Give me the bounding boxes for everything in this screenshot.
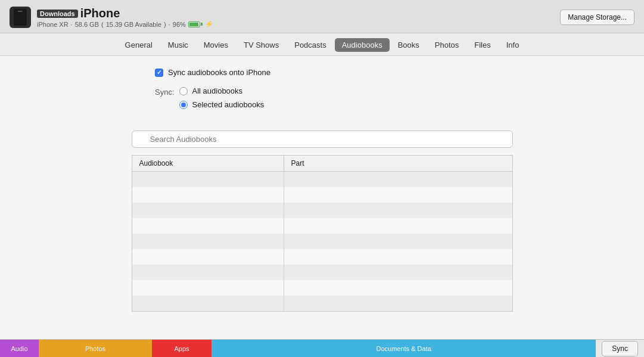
header: DownloadsiPhone iPhone XR · 58.6 GB (15.… <box>0 0 644 33</box>
cell-audiobook <box>132 234 284 249</box>
col-header-part: Part <box>284 156 512 171</box>
cell-part <box>284 203 512 218</box>
cell-audiobook <box>132 249 284 265</box>
cell-audiobook <box>132 218 284 234</box>
cell-audiobook <box>132 265 284 280</box>
sync-button[interactable]: Sync <box>602 341 638 356</box>
tab-tv-shows[interactable]: TV Shows <box>237 38 286 52</box>
search-wrapper: 🔍 <box>132 131 513 148</box>
cell-part <box>284 296 512 311</box>
tab-books[interactable]: Books <box>391 38 427 52</box>
sync-options-group: Sync: All audiobooks Selected audiobooks <box>155 86 608 120</box>
cell-part <box>284 280 512 296</box>
storage-total: 58.6 GB <box>75 21 99 28</box>
downloads-badge: Downloads <box>37 10 78 18</box>
tab-files[interactable]: Files <box>467 38 497 52</box>
radio-all-button[interactable] <box>179 87 188 95</box>
sync-audiobooks-row: Sync audiobooks onto iPhone <box>155 68 608 77</box>
sync-button-area: Sync <box>596 341 644 356</box>
table-row[interactable] <box>132 265 512 280</box>
battery-pct: 96% <box>173 21 186 28</box>
tab-music[interactable]: Music <box>161 38 195 52</box>
table-row[interactable] <box>132 172 512 187</box>
table-row[interactable] <box>132 296 512 311</box>
cell-audiobook <box>132 172 284 187</box>
cell-part <box>284 187 512 203</box>
sync-audiobooks-checkbox[interactable] <box>155 69 163 77</box>
radio-all-row[interactable]: All audiobooks <box>179 86 265 95</box>
device-icon <box>10 7 31 28</box>
table-header: Audiobook Part <box>132 156 512 172</box>
tab-info[interactable]: Info <box>499 38 527 52</box>
iphone-icon <box>14 9 27 26</box>
cell-audiobook <box>132 296 284 311</box>
cell-part <box>284 249 512 265</box>
device-name-text: iPhone <box>80 7 120 20</box>
col-header-audiobook: Audiobook <box>132 156 284 171</box>
table-row[interactable] <box>132 187 512 203</box>
tab-movies[interactable]: Movies <box>197 38 235 52</box>
storage-audio: Audio <box>0 340 39 357</box>
search-audiobooks-input[interactable] <box>132 131 513 148</box>
radio-selected-row[interactable]: Selected audiobooks <box>179 100 265 109</box>
sync-radio-options: All audiobooks Selected audiobooks <box>179 86 265 109</box>
cell-part <box>284 265 512 280</box>
storage-photos: Photos <box>39 340 152 357</box>
device-sub: iPhone XR · 58.6 GB (15.39 GB Available)… <box>37 20 213 28</box>
storage-bar-container: Audio Photos Apps Documents & Data Sync <box>0 339 644 357</box>
cell-audiobook <box>132 280 284 296</box>
sync-audiobooks-label: Sync audiobooks onto iPhone <box>168 68 270 77</box>
cell-audiobook <box>132 187 284 203</box>
tab-general[interactable]: General <box>118 38 160 52</box>
sync-colon-label: Sync: <box>155 88 175 97</box>
table-row[interactable] <box>132 249 512 265</box>
storage-docs: Documents & Data <box>211 340 596 357</box>
audiobooks-table: Audiobook Part <box>132 155 513 312</box>
table-row[interactable] <box>132 280 512 296</box>
table-row[interactable] <box>132 203 512 218</box>
tab-audiobooks[interactable]: Audiobooks <box>335 38 390 52</box>
device-text-group: DownloadsiPhone iPhone XR · 58.6 GB (15.… <box>37 6 213 28</box>
device-model: iPhone XR <box>37 21 69 28</box>
radio-selected-button[interactable] <box>179 101 188 109</box>
manage-storage-button[interactable]: Manage Storage... <box>560 10 634 25</box>
storage-apps: Apps <box>152 340 211 357</box>
tab-podcasts[interactable]: Podcasts <box>287 38 333 52</box>
table-body <box>132 172 512 311</box>
device-name: DownloadsiPhone <box>37 6 213 20</box>
main-content: Sync audiobooks onto iPhone Sync: All au… <box>0 56 644 339</box>
nav-tabs: General Music Movies TV Shows Podcasts A… <box>0 33 644 56</box>
table-row[interactable] <box>132 218 512 234</box>
table-row[interactable] <box>132 234 512 249</box>
battery-icon <box>188 21 203 27</box>
cell-part <box>284 234 512 249</box>
device-info: DownloadsiPhone iPhone XR · 58.6 GB (15.… <box>10 6 213 28</box>
tab-photos[interactable]: Photos <box>428 38 466 52</box>
cell-part <box>284 172 512 187</box>
cell-audiobook <box>132 203 284 218</box>
radio-all-label: All audiobooks <box>192 86 243 95</box>
storage-available: 15.39 GB Available <box>106 21 161 28</box>
cell-part <box>284 218 512 234</box>
storage-segments: Audio Photos Apps Documents & Data <box>0 340 596 357</box>
radio-selected-label: Selected audiobooks <box>192 100 265 109</box>
